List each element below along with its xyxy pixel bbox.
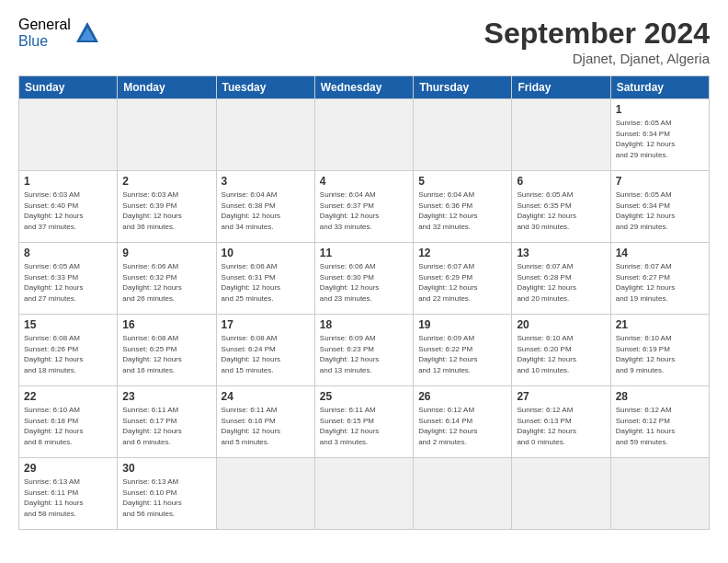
logo-icon (74, 20, 100, 46)
calendar-day: 28Sunrise: 6:12 AMSunset: 6:12 PMDayligh… (610, 386, 709, 458)
calendar-day: 26Sunrise: 6:12 AMSunset: 6:14 PMDayligh… (414, 386, 512, 458)
calendar-day-empty (610, 458, 709, 530)
day-info: Sunrise: 6:12 AMSunset: 6:12 PMDaylight:… (616, 406, 675, 446)
day-info: Sunrise: 6:05 AMSunset: 6:34 PMDaylight:… (616, 119, 675, 159)
day-info: Sunrise: 6:13 AMSunset: 6:11 PMDaylight:… (24, 477, 83, 518)
day-info: Sunrise: 6:12 AMSunset: 6:14 PMDaylight:… (418, 406, 477, 446)
calendar-week-row: 1Sunrise: 6:03 AMSunset: 6:40 PMDaylight… (19, 171, 710, 243)
day-info: Sunrise: 6:07 AMSunset: 6:28 PMDaylight:… (517, 262, 575, 303)
calendar-header-row: SundayMondayTuesdayWednesdayThursdayFrid… (19, 76, 710, 99)
calendar-week-row: 8Sunrise: 6:05 AMSunset: 6:33 PMDaylight… (19, 243, 710, 315)
calendar-day-empty (414, 99, 512, 171)
day-number: 20 (517, 318, 605, 331)
calendar-day: 14Sunrise: 6:07 AMSunset: 6:27 PMDayligh… (610, 243, 709, 315)
calendar-day: 17Sunrise: 6:08 AMSunset: 6:24 PMDayligh… (216, 315, 314, 386)
title-block: September 2024 Djanet, Djanet, Algeria (484, 17, 710, 66)
calendar-day: 11Sunrise: 6:06 AMSunset: 6:30 PMDayligh… (314, 243, 413, 315)
day-info: Sunrise: 6:08 AMSunset: 6:25 PMDaylight:… (122, 334, 181, 374)
calendar-day-empty (512, 458, 610, 530)
day-number: 16 (122, 318, 210, 331)
day-info: Sunrise: 6:09 AMSunset: 6:22 PMDaylight:… (418, 334, 477, 374)
calendar-day: 3Sunrise: 6:04 AMSunset: 6:38 PMDaylight… (216, 171, 314, 243)
calendar-day: 22Sunrise: 6:10 AMSunset: 6:18 PMDayligh… (19, 386, 118, 458)
day-info: Sunrise: 6:07 AMSunset: 6:27 PMDaylight:… (616, 262, 675, 303)
calendar-day: 1Sunrise: 6:03 AMSunset: 6:40 PMDaylight… (19, 171, 118, 243)
calendar-day: 4Sunrise: 6:04 AMSunset: 6:37 PMDaylight… (314, 171, 413, 243)
calendar-day-header: Friday (512, 76, 610, 99)
day-info: Sunrise: 6:05 AMSunset: 6:35 PMDaylight:… (517, 190, 575, 231)
main-title: September 2024 (484, 17, 710, 51)
calendar-day-header: Sunday (19, 76, 118, 99)
calendar-day: 7Sunrise: 6:05 AMSunset: 6:34 PMDaylight… (610, 171, 709, 243)
header: General Blue September 2024 Djanet, Djan… (18, 17, 710, 66)
calendar-day-empty (118, 99, 216, 171)
logo-general-text: General (18, 17, 71, 33)
calendar-day: 9Sunrise: 6:06 AMSunset: 6:32 PMDaylight… (118, 243, 216, 315)
day-number: 30 (122, 462, 210, 475)
day-number: 27 (517, 390, 605, 403)
calendar-week-row: 15Sunrise: 6:08 AMSunset: 6:26 PMDayligh… (19, 315, 710, 386)
calendar-day-header: Monday (118, 76, 216, 99)
calendar-day: 10Sunrise: 6:06 AMSunset: 6:31 PMDayligh… (216, 243, 314, 315)
day-number: 2 (122, 175, 210, 188)
day-number: 29 (24, 462, 112, 475)
calendar-day-empty (314, 99, 413, 171)
day-number: 5 (418, 175, 506, 188)
day-number: 17 (222, 318, 310, 331)
calendar-day: 24Sunrise: 6:11 AMSunset: 6:16 PMDayligh… (216, 386, 314, 458)
calendar-day-header: Wednesday (314, 76, 413, 99)
calendar-day: 20Sunrise: 6:10 AMSunset: 6:20 PMDayligh… (512, 315, 610, 386)
day-info: Sunrise: 6:10 AMSunset: 6:20 PMDaylight:… (517, 334, 575, 374)
day-number: 19 (418, 318, 506, 331)
day-info: Sunrise: 6:09 AMSunset: 6:23 PMDaylight:… (320, 334, 379, 374)
calendar-day-empty (19, 99, 118, 171)
day-number: 1 (616, 103, 704, 116)
day-number: 14 (616, 247, 704, 259)
calendar-day-empty (414, 458, 512, 530)
day-info: Sunrise: 6:05 AMSunset: 6:34 PMDaylight:… (616, 190, 675, 231)
day-info: Sunrise: 6:04 AMSunset: 6:38 PMDaylight:… (222, 190, 280, 231)
calendar-day-header: Saturday (610, 76, 709, 99)
calendar-day: 13Sunrise: 6:07 AMSunset: 6:28 PMDayligh… (512, 243, 610, 315)
calendar-week-row: 29Sunrise: 6:13 AMSunset: 6:11 PMDayligh… (19, 458, 710, 530)
day-number: 12 (418, 247, 506, 259)
calendar-day: 21Sunrise: 6:10 AMSunset: 6:19 PMDayligh… (610, 315, 709, 386)
day-info: Sunrise: 6:07 AMSunset: 6:29 PMDaylight:… (418, 262, 477, 303)
day-number: 8 (24, 247, 112, 259)
day-info: Sunrise: 6:05 AMSunset: 6:33 PMDaylight:… (24, 262, 83, 303)
day-number: 25 (320, 390, 408, 403)
calendar-day-empty (314, 458, 413, 530)
calendar-day-header: Tuesday (216, 76, 314, 99)
day-number: 10 (222, 247, 310, 259)
day-number: 3 (222, 175, 310, 188)
calendar-day: 25Sunrise: 6:11 AMSunset: 6:15 PMDayligh… (314, 386, 413, 458)
day-info: Sunrise: 6:13 AMSunset: 6:10 PMDaylight:… (122, 477, 181, 518)
day-number: 4 (320, 175, 408, 188)
day-number: 9 (122, 247, 210, 259)
calendar-day: 8Sunrise: 6:05 AMSunset: 6:33 PMDaylight… (19, 243, 118, 315)
calendar-day: 16Sunrise: 6:08 AMSunset: 6:25 PMDayligh… (118, 315, 216, 386)
day-number: 11 (320, 247, 408, 259)
calendar-day: 29Sunrise: 6:13 AMSunset: 6:11 PMDayligh… (19, 458, 118, 530)
day-info: Sunrise: 6:04 AMSunset: 6:37 PMDaylight:… (320, 190, 379, 231)
day-number: 24 (222, 390, 310, 403)
day-number: 18 (320, 318, 408, 331)
day-info: Sunrise: 6:06 AMSunset: 6:30 PMDaylight:… (320, 262, 379, 303)
calendar-day: 30Sunrise: 6:13 AMSunset: 6:10 PMDayligh… (118, 458, 216, 530)
calendar-day: 1Sunrise: 6:05 AMSunset: 6:34 PMDaylight… (610, 99, 709, 171)
day-info: Sunrise: 6:06 AMSunset: 6:31 PMDaylight:… (222, 262, 280, 303)
calendar-day-empty (512, 99, 610, 171)
logo: General Blue (18, 17, 100, 50)
day-number: 21 (616, 318, 704, 331)
calendar-week-row: 22Sunrise: 6:10 AMSunset: 6:18 PMDayligh… (19, 386, 710, 458)
day-info: Sunrise: 6:06 AMSunset: 6:32 PMDaylight:… (122, 262, 181, 303)
calendar-day: 18Sunrise: 6:09 AMSunset: 6:23 PMDayligh… (314, 315, 413, 386)
calendar-day: 23Sunrise: 6:11 AMSunset: 6:17 PMDayligh… (118, 386, 216, 458)
day-number: 28 (616, 390, 704, 403)
day-number: 6 (517, 175, 605, 188)
day-info: Sunrise: 6:08 AMSunset: 6:24 PMDaylight:… (222, 334, 280, 374)
day-info: Sunrise: 6:11 AMSunset: 6:16 PMDaylight:… (222, 406, 280, 446)
calendar-day-header: Thursday (414, 76, 512, 99)
day-number: 1 (24, 175, 112, 188)
calendar-day-empty (216, 458, 314, 530)
